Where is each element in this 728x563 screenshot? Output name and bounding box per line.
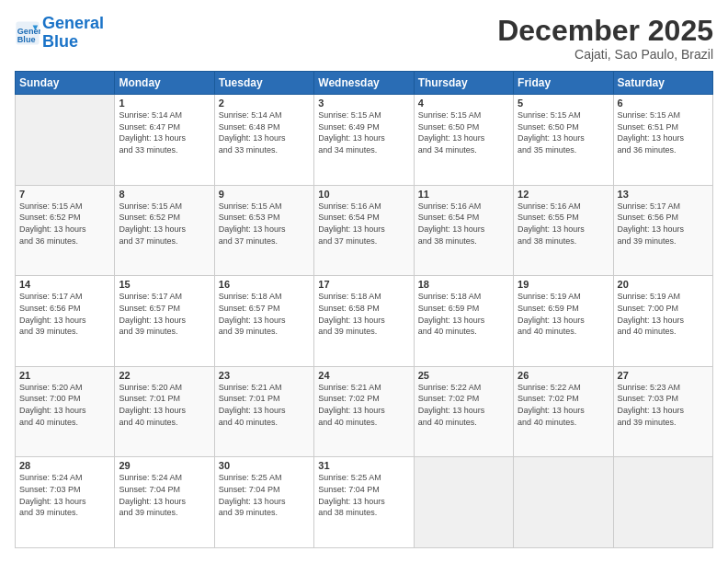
- calendar-cell: 12Sunrise: 5:16 AMSunset: 6:55 PMDayligh…: [514, 185, 613, 276]
- day-info: Sunrise: 5:24 AMSunset: 7:04 PMDaylight:…: [119, 472, 210, 518]
- day-number: 2: [219, 98, 310, 109]
- day-number: 24: [318, 370, 409, 381]
- calendar-cell: 3Sunrise: 5:15 AMSunset: 6:49 PMDaylight…: [314, 95, 414, 186]
- day-info: Sunrise: 5:17 AMSunset: 6:56 PMDaylight:…: [618, 201, 709, 247]
- day-info: Sunrise: 5:14 AMSunset: 6:47 PMDaylight:…: [119, 109, 210, 155]
- day-number: 14: [19, 279, 110, 290]
- day-info: Sunrise: 5:25 AMSunset: 7:04 PMDaylight:…: [219, 472, 310, 518]
- calendar-cell: 24Sunrise: 5:21 AMSunset: 7:02 PMDayligh…: [314, 366, 414, 457]
- day-info: Sunrise: 5:20 AMSunset: 7:01 PMDaylight:…: [119, 382, 210, 428]
- calendar-cell: 8Sunrise: 5:15 AMSunset: 6:52 PMDaylight…: [115, 185, 214, 276]
- day-number: 1: [119, 98, 210, 109]
- day-info: Sunrise: 5:19 AMSunset: 7:00 PMDaylight:…: [618, 291, 709, 337]
- weekday-header: Sunday: [16, 72, 115, 95]
- day-info: Sunrise: 5:16 AMSunset: 6:54 PMDaylight:…: [418, 201, 509, 247]
- logo-text: GeneralBlue: [42, 15, 104, 52]
- calendar-cell: 22Sunrise: 5:20 AMSunset: 7:01 PMDayligh…: [115, 366, 214, 457]
- day-number: 8: [119, 189, 210, 200]
- day-number: 10: [318, 189, 409, 200]
- calendar-cell: [613, 457, 712, 548]
- location: Cajati, Sao Paulo, Brazil: [497, 47, 713, 62]
- calendar-cell: 30Sunrise: 5:25 AMSunset: 7:04 PMDayligh…: [214, 457, 313, 548]
- day-info: Sunrise: 5:15 AMSunset: 6:52 PMDaylight:…: [19, 201, 110, 247]
- day-info: Sunrise: 5:18 AMSunset: 6:59 PMDaylight:…: [418, 291, 509, 337]
- day-number: 7: [19, 189, 110, 200]
- calendar-cell: 18Sunrise: 5:18 AMSunset: 6:59 PMDayligh…: [414, 276, 513, 367]
- calendar-cell: [514, 457, 613, 548]
- day-info: Sunrise: 5:15 AMSunset: 6:53 PMDaylight:…: [219, 201, 310, 247]
- page: General Blue GeneralBlue December 2025 C…: [0, 0, 728, 563]
- calendar-cell: 2Sunrise: 5:14 AMSunset: 6:48 PMDaylight…: [214, 95, 313, 186]
- calendar-cell: 5Sunrise: 5:15 AMSunset: 6:50 PMDaylight…: [514, 95, 613, 186]
- day-number: 16: [219, 279, 310, 290]
- day-number: 29: [119, 460, 210, 471]
- day-number: 13: [618, 189, 709, 200]
- calendar-cell: 11Sunrise: 5:16 AMSunset: 6:54 PMDayligh…: [414, 185, 513, 276]
- calendar-cell: 9Sunrise: 5:15 AMSunset: 6:53 PMDaylight…: [214, 185, 313, 276]
- calendar-cell: 19Sunrise: 5:19 AMSunset: 6:59 PMDayligh…: [514, 276, 613, 367]
- calendar-cell: 13Sunrise: 5:17 AMSunset: 6:56 PMDayligh…: [613, 185, 712, 276]
- day-info: Sunrise: 5:22 AMSunset: 7:02 PMDaylight:…: [418, 382, 509, 428]
- day-info: Sunrise: 5:16 AMSunset: 6:55 PMDaylight:…: [518, 201, 609, 247]
- day-info: Sunrise: 5:21 AMSunset: 7:02 PMDaylight:…: [318, 382, 409, 428]
- day-info: Sunrise: 5:17 AMSunset: 6:57 PMDaylight:…: [119, 291, 210, 337]
- day-info: Sunrise: 5:22 AMSunset: 7:02 PMDaylight:…: [518, 382, 609, 428]
- weekday-header: Saturday: [613, 72, 712, 95]
- logo: General Blue GeneralBlue: [15, 15, 104, 52]
- day-number: 19: [518, 279, 609, 290]
- calendar-cell: 28Sunrise: 5:24 AMSunset: 7:03 PMDayligh…: [16, 457, 115, 548]
- day-info: Sunrise: 5:14 AMSunset: 6:48 PMDaylight:…: [219, 109, 310, 155]
- day-info: Sunrise: 5:18 AMSunset: 6:57 PMDaylight:…: [219, 291, 310, 337]
- day-info: Sunrise: 5:15 AMSunset: 6:52 PMDaylight:…: [119, 201, 210, 247]
- day-info: Sunrise: 5:20 AMSunset: 7:00 PMDaylight:…: [19, 382, 110, 428]
- calendar-cell: 17Sunrise: 5:18 AMSunset: 6:58 PMDayligh…: [314, 276, 414, 367]
- weekday-header: Thursday: [414, 72, 513, 95]
- day-number: 15: [119, 279, 210, 290]
- day-info: Sunrise: 5:15 AMSunset: 6:49 PMDaylight:…: [318, 109, 409, 155]
- calendar-cell: 15Sunrise: 5:17 AMSunset: 6:57 PMDayligh…: [115, 276, 214, 367]
- calendar-cell: 29Sunrise: 5:24 AMSunset: 7:04 PMDayligh…: [115, 457, 214, 548]
- title-block: December 2025 Cajati, Sao Paulo, Brazil: [497, 15, 713, 62]
- day-info: Sunrise: 5:19 AMSunset: 6:59 PMDaylight:…: [518, 291, 609, 337]
- day-info: Sunrise: 5:15 AMSunset: 6:50 PMDaylight:…: [518, 109, 609, 155]
- day-number: 28: [19, 460, 110, 471]
- calendar-cell: 31Sunrise: 5:25 AMSunset: 7:04 PMDayligh…: [314, 457, 414, 548]
- day-number: 4: [418, 98, 509, 109]
- day-number: 6: [618, 98, 709, 109]
- calendar-cell: 27Sunrise: 5:23 AMSunset: 7:03 PMDayligh…: [613, 366, 712, 457]
- day-number: 20: [618, 279, 709, 290]
- logo-icon: General Blue: [15, 20, 40, 46]
- calendar-cell: 10Sunrise: 5:16 AMSunset: 6:54 PMDayligh…: [314, 185, 414, 276]
- day-number: 23: [219, 370, 310, 381]
- calendar-cell: 20Sunrise: 5:19 AMSunset: 7:00 PMDayligh…: [613, 276, 712, 367]
- header: General Blue GeneralBlue December 2025 C…: [15, 15, 713, 62]
- calendar-cell: 7Sunrise: 5:15 AMSunset: 6:52 PMDaylight…: [16, 185, 115, 276]
- calendar-cell: 23Sunrise: 5:21 AMSunset: 7:01 PMDayligh…: [214, 366, 313, 457]
- calendar-cell: 1Sunrise: 5:14 AMSunset: 6:47 PMDaylight…: [115, 95, 214, 186]
- day-number: 3: [318, 98, 409, 109]
- weekday-header: Tuesday: [214, 72, 313, 95]
- day-info: Sunrise: 5:17 AMSunset: 6:56 PMDaylight:…: [19, 291, 110, 337]
- day-number: 30: [219, 460, 310, 471]
- day-number: 12: [518, 189, 609, 200]
- calendar-cell: 6Sunrise: 5:15 AMSunset: 6:51 PMDaylight…: [613, 95, 712, 186]
- day-number: 17: [318, 279, 409, 290]
- day-info: Sunrise: 5:15 AMSunset: 6:50 PMDaylight:…: [418, 109, 509, 155]
- day-number: 11: [418, 189, 509, 200]
- day-info: Sunrise: 5:21 AMSunset: 7:01 PMDaylight:…: [219, 382, 310, 428]
- calendar-cell: [414, 457, 513, 548]
- day-info: Sunrise: 5:25 AMSunset: 7:04 PMDaylight:…: [318, 472, 409, 518]
- month-title: December 2025: [497, 15, 713, 47]
- day-number: 18: [418, 279, 509, 290]
- day-info: Sunrise: 5:23 AMSunset: 7:03 PMDaylight:…: [618, 382, 709, 428]
- day-number: 26: [518, 370, 609, 381]
- calendar-cell: 26Sunrise: 5:22 AMSunset: 7:02 PMDayligh…: [514, 366, 613, 457]
- day-number: 9: [219, 189, 310, 200]
- day-number: 5: [518, 98, 609, 109]
- day-number: 25: [418, 370, 509, 381]
- day-number: 31: [318, 460, 409, 471]
- calendar-cell: 25Sunrise: 5:22 AMSunset: 7:02 PMDayligh…: [414, 366, 513, 457]
- day-info: Sunrise: 5:16 AMSunset: 6:54 PMDaylight:…: [318, 201, 409, 247]
- weekday-header: Friday: [514, 72, 613, 95]
- day-number: 22: [119, 370, 210, 381]
